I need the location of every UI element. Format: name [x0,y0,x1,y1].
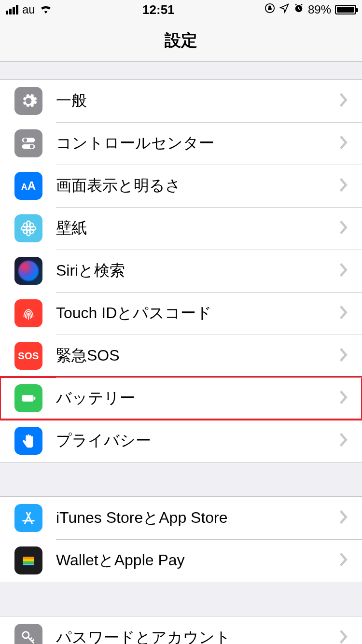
chevron-right-icon [340,510,348,526]
battery-icon [14,384,42,412]
row-label: 一般 [56,90,340,112]
row-label: バッテリー [56,388,340,409]
row-label: 壁紙 [56,218,340,239]
orientation-lock-icon [265,3,275,16]
hand-icon [14,427,42,455]
section-gap [0,62,362,79]
status-bar: au 12:51 89% [0,0,362,19]
battery-icon [335,5,356,14]
svg-rect-15 [22,395,34,401]
chevron-right-icon [340,348,348,364]
status-right: 89% [265,3,356,16]
chevron-right-icon [340,391,348,406]
row-battery[interactable]: バッテリー [0,377,362,420]
section-gap [0,582,362,616]
row-display[interactable]: AA 画面表示と明るさ [0,165,362,207]
wallet-icon [14,546,42,574]
svg-point-3 [24,139,28,142]
row-wallet[interactable]: WalletとApple Pay [0,539,362,582]
row-label: パスワードとアカウント [56,627,340,644]
appstore-icon [14,504,42,532]
row-label: Touch IDとパスコード [56,303,340,324]
flower-icon [14,214,42,242]
toggles-icon [14,129,42,157]
wifi-icon [39,3,53,16]
gear-icon [14,87,42,115]
row-sos[interactable]: SOS 緊急SOS [0,335,362,377]
svg-rect-21 [23,564,34,565]
location-icon [279,3,290,16]
svg-rect-16 [34,397,35,400]
row-wallpaper[interactable]: 壁紙 [0,207,362,250]
aa-icon: AA [14,172,42,200]
chevron-right-icon [340,630,348,644]
status-time: 12:51 [142,2,175,17]
row-label: 緊急SOS [56,345,340,366]
settings-group-2: iTunes StoreとApp Store WalletとApple Pay [0,496,362,582]
row-label: WalletとApple Pay [56,550,340,571]
chevron-right-icon [340,178,348,194]
status-left: au [6,3,53,16]
row-siri[interactable]: Siriと検索 [0,250,362,292]
row-label: Siriと検索 [56,260,340,281]
chevron-right-icon [340,93,348,109]
row-label: 画面表示と明るさ [56,175,340,196]
row-passwords[interactable]: パスワードとアカウント [0,616,362,644]
signal-icon [6,5,18,14]
settings-group-1: 一般 コントロールセンター AA 画面表示と明るさ 壁紙 Siriと検索 Tou… [0,79,362,462]
fingerprint-icon [14,299,42,327]
alarm-icon [293,3,304,16]
row-general[interactable]: 一般 [0,80,362,122]
sos-icon: SOS [14,342,42,370]
chevron-right-icon [340,433,348,448]
row-touchid[interactable]: Touch IDとパスコード [0,292,362,335]
row-label: プライバシー [56,430,340,451]
svg-rect-19 [23,559,34,561]
row-privacy[interactable]: プライバシー [0,420,362,462]
page-title: 設定 [0,19,362,62]
svg-rect-18 [23,557,34,559]
chevron-right-icon [340,263,348,279]
chevron-right-icon [340,553,348,568]
row-control-center[interactable]: コントロールセンター [0,122,362,165]
settings-group-3: パスワードとアカウント [0,616,362,644]
section-gap [0,462,362,496]
row-label: コントロールセンター [56,133,340,154]
chevron-right-icon [340,136,348,151]
siri-icon [14,257,42,285]
svg-rect-20 [23,561,34,564]
row-label: iTunes StoreとApp Store [56,507,340,529]
chevron-right-icon [340,221,348,236]
svg-point-22 [23,632,29,638]
chevron-right-icon [340,306,348,321]
svg-point-5 [30,145,34,149]
key-icon [14,624,42,644]
carrier-label: au [22,3,35,16]
row-itunes[interactable]: iTunes StoreとApp Store [0,497,362,539]
battery-percent: 89% [308,3,331,16]
